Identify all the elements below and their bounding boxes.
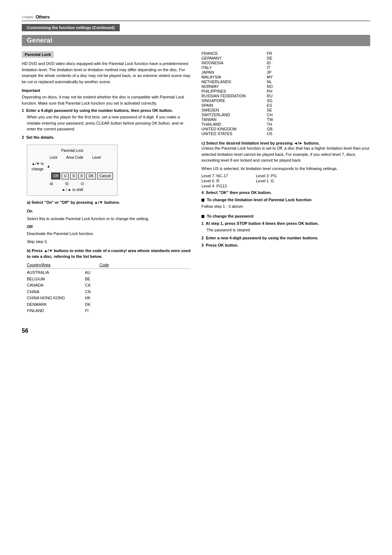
on-label: On [27, 208, 191, 214]
change-pw-step1-title: At step 1, press STOP button 4 times the… [206, 221, 319, 226]
country-row-right: PHILIPPINESPH [201, 89, 370, 93]
country-row-right: INDONESIAID [201, 61, 370, 65]
step-c-title: c) Select the desired limitation level b… [201, 141, 370, 145]
diagram-btn-ok: OK [86, 173, 96, 179]
countries-right-container: FRANCEFRGERMANYDEINDONESIAIDITALYITJAPAN… [201, 51, 370, 136]
step2-body: Parental Lock Lock Area Code Level ▲/▼ t… [27, 141, 191, 314]
country-row-left: CHINA HONG KONGHK [27, 295, 191, 301]
step1-body: When you use the player for the first ti… [27, 114, 191, 132]
black-square-icon2 [201, 215, 204, 218]
on-text: Select this to activate Parental Lock fu… [27, 216, 191, 222]
diagram-label-b: b) [65, 181, 69, 186]
country-row-right: FRANCEFR [201, 51, 370, 56]
step4-title: Select "OK" then press OK button. [206, 190, 271, 195]
change-pw-step3: 3 Press OK button. [201, 243, 370, 247]
diagram-btn-off: Off [51, 173, 60, 179]
country-row-left: CHINACN [27, 289, 191, 295]
important-label: Important [22, 88, 191, 93]
level-row: Level 4 :PG13 [201, 184, 370, 188]
chapter-header: Chapter Others [22, 15, 370, 21]
diagram-shift: ◄ / ► to shift [32, 187, 113, 193]
diagram-col-area: Area Code [66, 155, 83, 160]
page-number: 56 [22, 328, 370, 334]
step4: 4 Select "OK" then press OK button. [201, 190, 370, 195]
country-table: Country/Area Code AUSTRALIAAUBELGIUMBECA… [27, 262, 191, 314]
diagram-col-level: Level [92, 155, 101, 160]
country-row-left: DENMARKDK [27, 301, 191, 308]
diagram-btn-s: S [70, 173, 77, 179]
change-password-title: To change the password [207, 214, 253, 218]
step-c-body1: Unless the Parental Lock function is set… [201, 145, 370, 163]
level-row: Level 6 :RLevel 1 :G [201, 179, 370, 183]
country-row-left: AUSTRALIAAU [27, 270, 191, 276]
chapter-label: Chapter [22, 15, 33, 19]
right-column: FRANCEFRGERMANYDEINDONESIAIDITALYITJAPAN… [201, 51, 370, 317]
diagram-title: Parental Lock [32, 148, 113, 153]
diagram-box: Parental Lock Lock Area Code Level ▲/▼ t… [27, 145, 118, 196]
diagram-col-lock: Lock [50, 155, 57, 160]
step-a-title: a) Select "On" or "Off" by pressing ▲/▼ … [27, 199, 191, 206]
change-limit-block: To change the limitation level of Parent… [201, 198, 370, 210]
country-row-right: SINGAPORESG [201, 98, 370, 103]
step1-title: Enter a 4-digit password by using the nu… [26, 108, 173, 113]
country-row-left: FINLANDFI [27, 308, 191, 314]
diagram-btn-cancel: Cancel [97, 173, 113, 179]
chapter-title: Others [36, 15, 50, 20]
country-row-right: GERMANYDE [201, 56, 370, 60]
diagram-label-c: c) [81, 181, 84, 186]
country-row-right: RUSSIAN FEDERATIONRU [201, 94, 370, 98]
diagram-label-a: a) [50, 181, 53, 186]
country-row-left: BELGIUMBE [27, 276, 191, 282]
country-row-left: CANADACA [27, 282, 191, 288]
continuing-bar: Customizing the function settings (Conti… [22, 24, 370, 35]
parental-lock-heading: Parental Lock [22, 51, 54, 58]
change-password-block: To change the password 1 At step 1, pres… [201, 214, 370, 248]
change-limit-title: To change the limitation level of Parent… [207, 198, 311, 202]
black-square-icon [201, 199, 204, 202]
country-row-right: SWEDENSE [201, 108, 370, 112]
intro-text: HD DVD and DVD video discs equipped with… [22, 61, 191, 85]
off-text: Deactivate the Parental Lock function. [27, 231, 191, 237]
important-text: Depending on discs, it may not be eviden… [22, 94, 191, 106]
country-row-right: UNITED KINGDOMGB [201, 127, 370, 131]
country-row-right: UNITED STATESUS [201, 131, 370, 136]
change-pw-step2-title: Enter a new 4-digit password by using th… [206, 236, 318, 240]
countries-left: AUSTRALIAAUBELGIUMBECANADACACHINACNCHINA… [27, 270, 191, 314]
country-row-right: JAPANJP [201, 70, 370, 74]
diagram-btn-8: 8 [78, 173, 85, 179]
change-pw-step1-body: The password is cleared. [207, 227, 370, 233]
content-area: Parental Lock HD DVD and DVD video discs… [22, 51, 370, 317]
section-title: General [22, 35, 370, 46]
change-pw-step2: 2 Enter a new 4-digit password by using … [201, 236, 370, 240]
step2-title: Set the details. [26, 135, 54, 139]
step1: 1 Enter a 4-digit password by using the … [22, 108, 191, 132]
diagram-arrow-label: ▲/▼ tochange [32, 161, 44, 172]
country-row-right: ITALYIT [201, 65, 370, 70]
country-row-right: TAIWANTW [201, 117, 370, 122]
change-pw-step1: 1 At step 1, press STOP button 4 times t… [201, 221, 370, 233]
step2: 2 Set the details. Parental Lock Lock Ar… [22, 135, 191, 314]
off-label: Off [27, 224, 191, 230]
change-pw-step3-title: Press OK button. [206, 243, 238, 247]
country-row-right: MALAYSIAMY [201, 75, 370, 79]
level-row: Level 7 :NC-17Level 3 :PG [201, 174, 370, 178]
level-table: Level 7 :NC-17Level 3 :PGLevel 6 :RLevel… [201, 174, 370, 188]
step-c-block: c) Select the desired limitation level b… [201, 141, 370, 188]
step-b-title: b) Press ▲/▼ buttons to enter the code o… [27, 248, 191, 260]
country-row-right: NETHERLANDSNL [201, 80, 370, 84]
country-row-right: SPAINES [201, 103, 370, 108]
country-row-right: NORWAYNO [201, 84, 370, 89]
country-row-right: THAILANDTH [201, 122, 370, 126]
diagram-arrow: ▲ [47, 163, 50, 169]
change-limit-text: Follow step 1 - 3 above. [201, 203, 370, 210]
step-c-body2: When US is selected, its limitation leve… [201, 166, 370, 172]
country-header-code: Code [99, 262, 114, 268]
country-table-header: Country/Area Code [27, 262, 191, 269]
countries-right: FRANCEFRGERMANYDEINDONESIAIDITALYITJAPAN… [201, 51, 370, 136]
country-row-right: SWITZERLANDCH [201, 113, 370, 117]
country-header-area: Country/Area [27, 262, 85, 268]
left-column: Parental Lock HD DVD and DVD video discs… [22, 51, 191, 317]
diagram-btn-u: U [62, 173, 69, 179]
skip-text: Skip step 3. [27, 239, 191, 245]
